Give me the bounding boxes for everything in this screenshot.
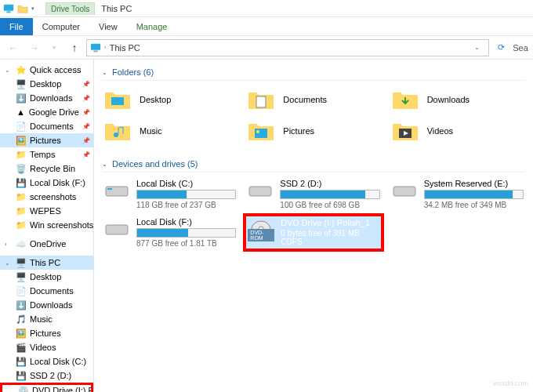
- pin-icon: 📌: [82, 137, 90, 144]
- expand-caret-icon[interactable]: ›: [5, 241, 13, 248]
- navigation-pane[interactable]: ⌄ ⭐ Quick access 🖥️Desktop📌 ⬇️Downloads📌…: [0, 60, 94, 392]
- sidebar-item-pc-desktop[interactable]: 🖥️Desktop: [0, 270, 93, 284]
- recycle-bin-icon: 🗑️: [16, 163, 27, 174]
- title-bar: ▾ Drive Tools This PC: [0, 0, 533, 17]
- address-input[interactable]: › This PC ⌄: [86, 39, 489, 56]
- search-button[interactable]: Sea: [513, 43, 528, 53]
- documents-icon: 📄: [16, 121, 27, 132]
- sidebar-item-pc-downloads[interactable]: ⬇️Downloads: [0, 298, 93, 312]
- sidebar-item-wepes[interactable]: 📁WEPES: [0, 204, 93, 218]
- sidebar-item-temps[interactable]: 📁Temps📌: [0, 147, 93, 162]
- sidebar-onedrive[interactable]: › ☁️ OneDrive: [0, 237, 93, 251]
- downloads-icon: ⬇️: [16, 93, 27, 103]
- drive-local-f[interactable]: Local Disk (F:) 877 GB free of 1.81 TB: [102, 216, 237, 249]
- sidebar-item-local-disk-f[interactable]: 💾Local Disk (F:): [0, 176, 93, 190]
- svg-rect-14: [106, 225, 128, 234]
- sidebar-item-pc-ssd2[interactable]: 💾SSD 2 (D:): [0, 368, 93, 383]
- hdd-icon: [103, 217, 130, 239]
- sidebar-item-pc-dvd[interactable]: 💿DVD Drive (I:) Polish: [0, 383, 93, 392]
- pin-icon: 📌: [82, 151, 90, 158]
- address-bar: ← → ▾ ↑ › This PC ⌄ ⟳ Sea: [0, 36, 533, 60]
- nav-back-button[interactable]: ←: [5, 39, 22, 56]
- ribbon-tabs: File Computer View Manage: [0, 17, 533, 36]
- content-pane: ⌄ Folders (6) Desktop Documents Download…: [94, 60, 533, 392]
- breadcrumb-this-pc[interactable]: This PC: [110, 43, 140, 53]
- this-pc-icon: 🖥️: [16, 257, 27, 268]
- file-tab[interactable]: File: [0, 18, 33, 35]
- watermark: wsxdn.com: [493, 379, 528, 387]
- drive-dvd-i[interactable]: DVD-ROM DVD Drive (I:) Polish_1 0 bytes …: [245, 216, 381, 249]
- sidebar-item-screenshots[interactable]: 📁screenshots: [0, 190, 93, 204]
- videos-folder-icon: [391, 118, 419, 143]
- dvd-icon: 💿: [18, 385, 29, 392]
- downloads-folder-icon: [391, 87, 419, 112]
- videos-icon: 🎬: [16, 342, 27, 353]
- pin-icon: 📌: [82, 109, 90, 116]
- documents-folder-icon: [247, 87, 275, 112]
- pictures-folder-icon: [247, 118, 275, 143]
- drive-local-c[interactable]: Local Disk (C:) 118 GB free of 237 GB: [102, 177, 237, 211]
- capacity-bar: [136, 190, 236, 199]
- tab-manage[interactable]: Manage: [127, 18, 177, 35]
- folder-desktop[interactable]: Desktop: [102, 85, 237, 114]
- quick-access-folder-icon[interactable]: [17, 3, 28, 14]
- drive-icon: 💾: [16, 356, 27, 367]
- dvd-rom-badge: DVD-ROM: [248, 229, 274, 241]
- hdd-icon: [103, 179, 130, 201]
- sidebar-item-documents[interactable]: 📄Documents📌: [0, 119, 93, 133]
- pin-icon: 📌: [82, 81, 90, 88]
- sidebar-item-google-drive[interactable]: ▲Google Drive📌: [0, 105, 93, 119]
- expand-caret-icon[interactable]: ⌄: [5, 67, 13, 74]
- svg-rect-3: [93, 50, 97, 52]
- svg-rect-12: [249, 187, 271, 196]
- drive-ssd2-d[interactable]: SSD 2 (D:) 100 GB free of 698 GB: [245, 177, 381, 211]
- drive-icon: 💾: [16, 177, 27, 188]
- hdd-icon: [247, 179, 274, 201]
- folder-documents[interactable]: Documents: [245, 85, 381, 114]
- expand-caret-icon[interactable]: ⌄: [5, 260, 13, 267]
- music-folder-icon: [103, 118, 132, 143]
- sidebar-item-desktop[interactable]: 🖥️Desktop📌: [0, 77, 93, 91]
- breadcrumb-separator-icon[interactable]: ›: [104, 44, 107, 51]
- sidebar-item-pc-local-c[interactable]: 💾Local Disk (C:): [0, 354, 93, 368]
- refresh-button[interactable]: ⟳: [492, 42, 509, 53]
- folder-icon: 📁: [16, 205, 27, 216]
- drive-system-reserved-e[interactable]: System Reserved (E:) 34.2 MB free of 349…: [390, 177, 525, 211]
- sidebar-item-recycle-bin[interactable]: 🗑️Recycle Bin: [0, 162, 93, 176]
- sidebar-item-downloads[interactable]: ⬇️Downloads📌: [0, 91, 93, 105]
- sidebar-item-pictures[interactable]: 🖼️Pictures📌: [0, 133, 93, 147]
- sidebar-item-pc-pictures[interactable]: 🖼️Pictures: [0, 326, 93, 340]
- sidebar-item-win-screenshots[interactable]: 📁Win screenshots: [0, 218, 93, 232]
- tab-computer[interactable]: Computer: [33, 18, 89, 35]
- nav-recent-dropdown[interactable]: ▾: [45, 39, 63, 56]
- collapse-caret-icon[interactable]: ⌄: [102, 161, 107, 168]
- address-dropdown-icon[interactable]: ⌄: [468, 39, 485, 56]
- dvd-drive-icon: DVD-ROM: [248, 218, 274, 240]
- collapse-caret-icon[interactable]: ⌄: [102, 69, 107, 76]
- pin-icon: 📌: [82, 123, 90, 130]
- svg-rect-5: [256, 96, 266, 107]
- context-tab-drive-tools[interactable]: Drive Tools: [45, 2, 95, 15]
- svg-rect-13: [393, 187, 415, 196]
- sidebar-quick-access[interactable]: ⌄ ⭐ Quick access: [0, 63, 93, 77]
- sidebar-label: Quick access: [30, 65, 81, 74]
- section-drives-header[interactable]: ⌄ Devices and drives (5): [102, 156, 525, 172]
- folder-pictures[interactable]: Pictures: [245, 117, 381, 145]
- sidebar-item-pc-videos[interactable]: 🎬Videos: [0, 340, 93, 354]
- nav-up-button[interactable]: ↑: [66, 39, 83, 56]
- documents-icon: 📄: [16, 285, 27, 296]
- desktop-icon: 🖥️: [16, 78, 27, 89]
- sidebar-this-pc[interactable]: ⌄ 🖥️ This PC: [0, 256, 93, 270]
- folder-videos[interactable]: Videos: [390, 117, 525, 145]
- folder-icon: 📁: [16, 191, 27, 202]
- app-icon: [0, 0, 17, 17]
- sidebar-item-pc-music[interactable]: 🎵Music: [0, 312, 93, 326]
- tab-view[interactable]: View: [89, 18, 127, 35]
- qat-dropdown-icon[interactable]: ▾: [28, 5, 38, 12]
- folder-music[interactable]: Music: [102, 117, 237, 145]
- downloads-icon: ⬇️: [16, 299, 27, 310]
- onedrive-icon: ☁️: [16, 238, 27, 249]
- section-folders-header[interactable]: ⌄ Folders (6): [102, 64, 525, 81]
- folder-downloads[interactable]: Downloads: [390, 85, 525, 114]
- sidebar-item-pc-documents[interactable]: 📄Documents: [0, 284, 93, 298]
